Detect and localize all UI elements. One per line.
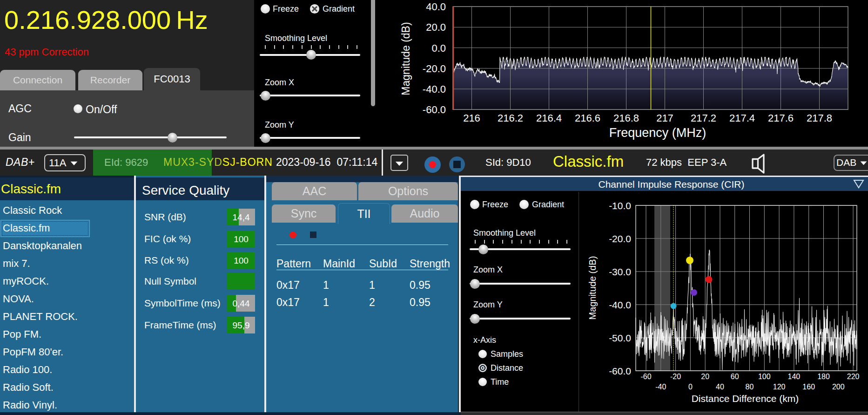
- svg-text:-50.0: -50.0: [609, 333, 631, 343]
- svg-text:0: 0: [688, 383, 693, 391]
- svg-text:60: 60: [731, 373, 739, 381]
- svg-text:-20: -20: [670, 373, 681, 381]
- svg-text:40: 40: [716, 383, 724, 391]
- svg-text:120: 120: [773, 383, 786, 391]
- svg-text:20: 20: [701, 373, 709, 381]
- svg-text:-40: -40: [655, 383, 666, 391]
- svg-text:200: 200: [832, 383, 845, 391]
- svg-text:140: 140: [788, 373, 801, 381]
- svg-text:-20.0: -20.0: [609, 233, 631, 244]
- svg-text:-60.0: -60.0: [609, 366, 631, 376]
- svg-text:100: 100: [758, 373, 771, 381]
- svg-text:80: 80: [746, 383, 754, 391]
- svg-text:Distance Difference (km): Distance Difference (km): [692, 393, 799, 404]
- svg-text:-10.0: -10.0: [609, 200, 631, 211]
- svg-text:180: 180: [817, 373, 830, 381]
- svg-text:160: 160: [802, 383, 815, 391]
- svg-text:-30.0: -30.0: [609, 266, 631, 277]
- svg-text:220: 220: [847, 373, 860, 381]
- svg-text:Magnitude (dB): Magnitude (dB): [587, 256, 598, 320]
- svg-text:-60: -60: [640, 373, 651, 381]
- svg-text:-40.0: -40.0: [609, 299, 631, 310]
